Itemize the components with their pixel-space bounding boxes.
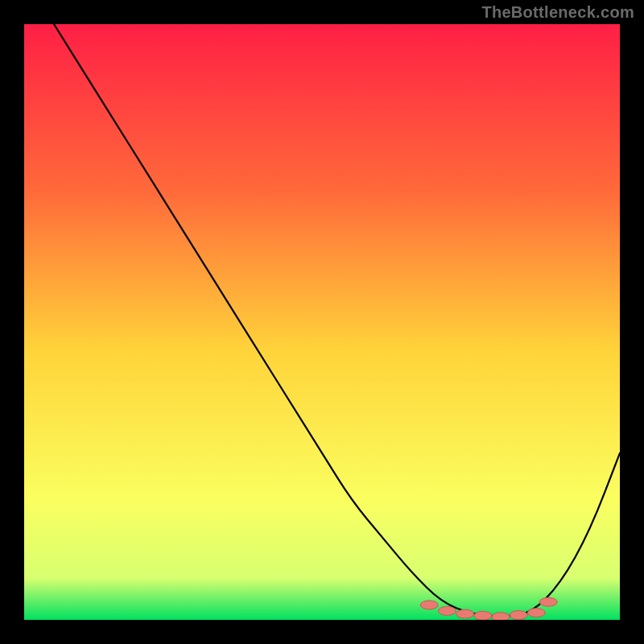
chart-frame: TheBottleneck.com bbox=[0, 0, 644, 644]
highlight-marker bbox=[474, 611, 492, 620]
highlight-marker bbox=[456, 609, 474, 618]
highlight-marker bbox=[420, 601, 438, 609]
chart-svg bbox=[24, 24, 620, 620]
highlight-marker bbox=[492, 613, 510, 620]
highlight-marker bbox=[510, 611, 527, 620]
highlight-marker bbox=[539, 597, 557, 606]
highlight-marker bbox=[527, 609, 545, 617]
plot-area bbox=[24, 24, 620, 620]
highlight-marker bbox=[438, 606, 456, 615]
gradient-background bbox=[24, 24, 620, 620]
watermark-text: TheBottleneck.com bbox=[481, 3, 634, 22]
